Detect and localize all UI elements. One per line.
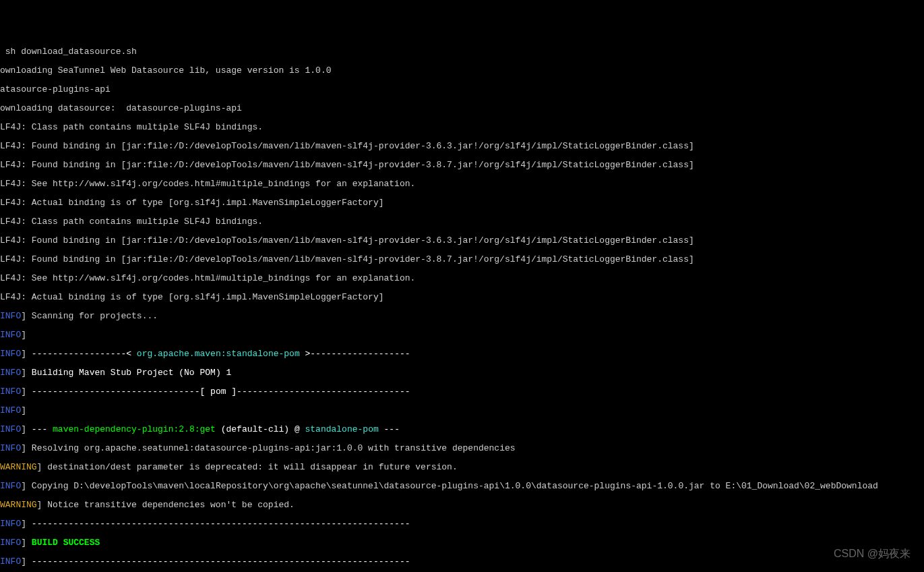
info-line: INFO] Copying D:\developTools\maven\loca… — [0, 482, 924, 491]
info-line: INFO] — [0, 406, 924, 416]
info-line: INFO] — [0, 331, 924, 340]
info-line: INFO] Scanning for projects... — [0, 312, 924, 321]
log-line: LF4J: Found binding in [jar:file:/D:/dev… — [0, 255, 924, 264]
build-success-line: INFO] BUILD SUCCESS — [0, 538, 924, 548]
log-line: LF4J: Actual binding is of type [org.slf… — [0, 293, 924, 302]
info-line: INFO] ----------------------------------… — [0, 557, 924, 567]
log-line: ownloading datasource: datasource-plugin… — [0, 104, 924, 113]
info-line: INFO] ------------------< org.apache.mav… — [0, 349, 924, 359]
log-line: LF4J: Found binding in [jar:file:/D:/dev… — [0, 161, 924, 170]
info-line: INFO] ----------------------------------… — [0, 519, 924, 529]
info-line: INFO] --------------------------------[ … — [0, 387, 924, 397]
log-line: LF4J: Found binding in [jar:file:/D:/dev… — [0, 142, 924, 151]
terminal-output[interactable]: sh download_datasource.sh ownloading Sea… — [0, 38, 924, 572]
log-line: LF4J: Found binding in [jar:file:/D:/dev… — [0, 236, 924, 246]
log-line: atasource-plugins-api — [0, 85, 924, 94]
watermark: CSDN @妈夜来 — [834, 549, 911, 559]
warning-line: WARNING] Notice transitive dependencies … — [0, 500, 924, 510]
warning-line: WARNING] destination/dest parameter is d… — [0, 463, 924, 472]
log-line: LF4J: See http://www.slf4j.org/codes.htm… — [0, 179, 924, 189]
log-line: ownloading SeaTunnel Web Datasource lib,… — [0, 66, 924, 76]
log-line: LF4J: Class path contains multiple SLF4J… — [0, 217, 924, 227]
log-line: LF4J: Actual binding is of type [org.slf… — [0, 198, 924, 208]
info-line: INFO] Building Maven Stub Project (No PO… — [0, 368, 924, 378]
command-line: sh download_datasource.sh — [0, 47, 924, 57]
info-line: INFO] Resolving org.apache.seatunnel:dat… — [0, 444, 924, 453]
log-line: LF4J: Class path contains multiple SLF4J… — [0, 123, 924, 132]
log-line: LF4J: See http://www.slf4j.org/codes.htm… — [0, 274, 924, 283]
info-line: INFO] --- maven-dependency-plugin:2.8:ge… — [0, 425, 924, 434]
